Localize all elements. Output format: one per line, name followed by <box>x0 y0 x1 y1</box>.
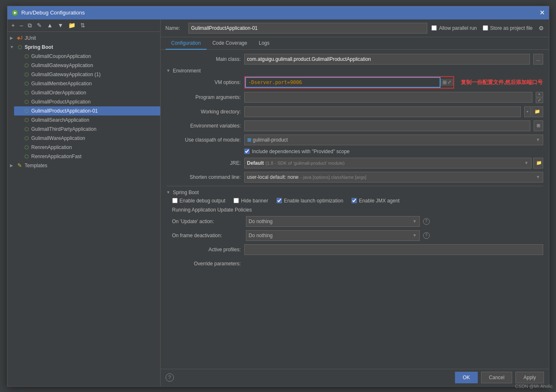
springboot-section[interactable]: ▼ ⬡ Spring Boot <box>7 43 160 52</box>
env-vars-browse-btn[interactable]: ⊞ <box>534 120 543 131</box>
folder-button[interactable]: 📁 <box>67 22 77 29</box>
edit-config-button[interactable]: ✎ <box>35 22 43 29</box>
on-update-select[interactable]: Do nothing ▼ <box>246 216 420 227</box>
name-row: Name: Allow parallel run Store as projec… <box>161 19 549 37</box>
apply-button[interactable]: Apply <box>515 372 544 383</box>
tree-item-ware[interactable]: ⬡ GulimallWareApplication <box>14 134 160 143</box>
shorten-cmd-select[interactable]: user-local default: none - java [options… <box>244 172 543 183</box>
main-class-label: Main class: <box>166 56 241 62</box>
hide-banner-option[interactable]: Hide banner <box>233 198 268 204</box>
right-panel: Name: Allow parallel run Store as projec… <box>161 19 549 386</box>
launch-optimization-checkbox[interactable] <box>277 198 282 203</box>
springboot-section-panel: ▼ Spring Boot Enable debug output Hide b… <box>166 186 543 269</box>
jre-browse-btn[interactable]: 📁 <box>533 158 543 168</box>
vm-fullscreen-icon[interactable]: ⤢ <box>448 79 451 85</box>
springboot-expand-icon: ▼ <box>10 45 15 49</box>
name-input[interactable] <box>188 23 428 34</box>
allow-parallel-label: Allow parallel run <box>439 25 477 31</box>
main-class-row: Main class: ... <box>166 54 543 65</box>
on-deactivation-help-icon[interactable]: ? <box>423 232 430 239</box>
environment-label: Environment <box>173 68 200 74</box>
vm-options-label: VM options: <box>166 79 241 85</box>
tab-code-coverage[interactable]: Code Coverage <box>207 37 253 50</box>
store-as-project-checkbox[interactable]: Store as project file <box>483 25 533 31</box>
tree-item-member[interactable]: ⬡ GulimallMemberApplication <box>14 79 160 88</box>
config-content: Main class: ... ▼ Environment VM options… <box>161 50 549 369</box>
templates-section[interactable]: ▶ ✎ Templates <box>7 161 160 170</box>
add-config-button[interactable]: + <box>10 22 17 29</box>
junit-section[interactable]: ▶ ◆J JUnit <box>7 34 160 43</box>
active-profiles-input[interactable] <box>244 244 543 255</box>
program-args-input[interactable] <box>244 92 532 103</box>
classpath-select[interactable]: ▦ gulimall-product ▼ <box>244 135 543 145</box>
launch-optimization-option[interactable]: Enable launch optimization <box>277 198 343 204</box>
tab-logs[interactable]: Logs <box>253 37 275 50</box>
tree-item-product[interactable]: ⬡ GulimallProductApplication <box>14 97 160 106</box>
tree-item-search[interactable]: ⬡ GulimallSearchApplication <box>14 115 160 125</box>
junit-expand-icon: ▶ <box>10 36 15 40</box>
debug-output-option[interactable]: Enable debug output <box>172 198 226 204</box>
move-up-button[interactable]: ▲ <box>45 22 54 29</box>
include-deps-checkbox[interactable] <box>244 149 250 154</box>
on-deactivation-value: Do nothing <box>249 233 411 238</box>
tree-item-order[interactable]: ⬡ GulimallOrderApplication <box>14 88 160 97</box>
product01-icon: ⬡ <box>23 108 30 114</box>
product-icon: ⬡ <box>23 99 30 105</box>
jre-select[interactable]: Default (1.8 - SDK of 'gulimall-product'… <box>244 158 532 168</box>
vm-expand-icon[interactable]: ⊞ <box>443 79 447 85</box>
tree-item-gateway[interactable]: ⬡ GulimallGatewayApplication <box>14 61 160 70</box>
springboot-label: Spring Boot <box>25 44 53 50</box>
working-dir-expand-btn[interactable]: + <box>524 106 530 117</box>
allow-parallel-checkbox[interactable]: Allow parallel run <box>431 25 477 31</box>
sort-button[interactable]: ⇅ <box>79 22 87 29</box>
jmx-agent-checkbox[interactable] <box>351 198 357 203</box>
cancel-button[interactable]: Cancel <box>481 372 512 383</box>
include-deps-label: Include dependencies with "Provided" sco… <box>252 149 350 154</box>
tree-item-coupon[interactable]: ⬡ GulimallCouponApplication <box>14 52 160 61</box>
on-update-help-icon[interactable]: ? <box>423 218 430 225</box>
search-icon: ⬡ <box>23 117 30 123</box>
vm-options-input[interactable] <box>245 77 440 88</box>
watermark: CSDN @Mr.Aholic <box>515 384 553 389</box>
working-dir-input[interactable] <box>244 106 521 117</box>
templates-expand-icon: ▶ <box>10 163 15 168</box>
jre-label: JRE: <box>166 160 241 166</box>
help-button[interactable]: ? <box>166 373 174 382</box>
move-down-button[interactable]: ▼ <box>56 22 65 29</box>
renrenfast-icon: ⬡ <box>23 153 30 160</box>
tree-item-renren[interactable]: ⬡ RenrenApplication <box>14 143 160 152</box>
tree-item-thirdparty[interactable]: ⬡ GulimallThirdPartyApplication <box>14 125 160 134</box>
env-vars-input[interactable] <box>244 120 530 131</box>
working-dir-label: Working directory: <box>166 109 241 115</box>
include-deps-row: Include dependencies with "Provided" sco… <box>244 149 543 154</box>
ok-button[interactable]: OK <box>455 372 478 383</box>
tree-item-gateway1[interactable]: ⬡ GulimallGatewayApplication (1) <box>14 70 160 79</box>
close-button[interactable]: ✕ <box>539 10 545 16</box>
jmx-agent-label: Enable JMX agent <box>359 198 400 204</box>
gear-button[interactable]: ⚙ <box>539 25 544 31</box>
gateway1-icon: ⬡ <box>23 71 30 78</box>
remove-config-button[interactable]: – <box>18 22 25 29</box>
springboot-collapse[interactable]: ▼ Spring Boot <box>166 190 543 195</box>
on-deactivation-select[interactable]: Do nothing ▼ <box>246 230 420 241</box>
springboot-section-label: Spring Boot <box>173 190 199 195</box>
tree-item-renrenfast[interactable]: ⬡ RenrenApplicationFast <box>14 152 160 161</box>
environment-section[interactable]: ▼ Environment <box>166 68 543 74</box>
tab-configuration[interactable]: Configuration <box>166 37 207 50</box>
jmx-agent-option[interactable]: Enable JMX agent <box>351 198 400 204</box>
jre-input-row: Default (1.8 - SDK of 'gulimall-product'… <box>244 158 543 168</box>
shorten-cmd-value: user-local default: none <box>247 174 299 180</box>
shorten-cmd-row: Shorten command line: user-local default… <box>166 172 543 183</box>
main-class-browse-button[interactable]: ... <box>533 54 543 65</box>
active-profiles-label: Active profiles: <box>166 247 241 253</box>
copy-config-button[interactable]: ⧉ <box>26 22 34 29</box>
hide-banner-checkbox[interactable] <box>233 198 239 203</box>
program-args-fullscreen-btn[interactable]: ⤢ <box>536 98 543 103</box>
main-class-input[interactable] <box>244 54 530 65</box>
program-args-row: Program arguments: + ⤢ <box>166 92 543 103</box>
program-args-expand-btn[interactable]: + <box>536 92 543 97</box>
debug-output-checkbox[interactable] <box>172 198 178 203</box>
working-dir-browse-btn[interactable]: 📁 <box>532 106 543 117</box>
vm-options-row: VM options: ⊞ ⤢ 复制一份配置文件,然后添加端口号 <box>166 76 543 89</box>
tree-item-product01[interactable]: ⬡ GulimallProductApplication-01 <box>14 106 160 115</box>
